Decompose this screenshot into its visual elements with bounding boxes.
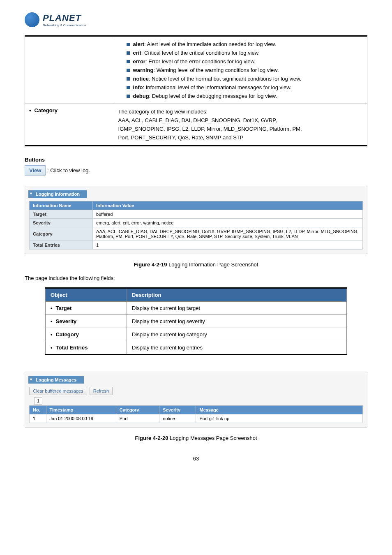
info-value-cell: AAA, ACL, CABLE_DIAG, DAI, DHCP_SNOOPING…: [93, 227, 363, 241]
square-bullet-icon: [127, 86, 130, 89]
cell-no: 1: [30, 414, 46, 423]
table-row: Total Entries1: [30, 241, 363, 250]
square-bullet-icon: [127, 51, 130, 55]
description-cell: Display the current log category: [127, 328, 346, 341]
category-text-line: Port, PORT_SECURITY, QoS, Rate, SNMP and…: [118, 133, 363, 142]
table-row: CategoryAAA, ACL, CABLE_DIAG, DAI, DHCP_…: [30, 227, 363, 241]
category-text-line: AAA, ACL, CABLE_DIAG, DAI, DHCP_SNOOPING…: [118, 116, 363, 125]
description-cell: Display the current log severity: [127, 315, 346, 328]
logo-tagline: Networking & Communication: [43, 23, 86, 27]
severity-level-item: info: Informational level of the informa…: [118, 83, 363, 92]
logging-information-table: Information Name Information Value Targe…: [29, 201, 363, 250]
severity-level-item: crit: Critical level of the critical con…: [118, 49, 363, 57]
col-timestamp: Timestamp: [46, 406, 116, 414]
severity-level-item: notice: Notice level of the normal but s…: [118, 74, 363, 83]
cell-severity: notice: [159, 414, 196, 423]
cell-category: Port: [116, 414, 159, 423]
col-info-value: Information Value: [93, 201, 363, 210]
description-cell: Display the current log entries: [127, 341, 346, 355]
severity-category-table: alert: Alert level of the immediate acti…: [25, 35, 367, 146]
category-row-label: Category: [29, 107, 58, 113]
object-cell: Severity: [46, 315, 127, 328]
table-row: Severityemerg, alert, crit, error, warni…: [30, 219, 363, 227]
refresh-button[interactable]: Refresh: [90, 387, 113, 395]
logging-information-panel: Logging Information Information Name Inf…: [25, 186, 367, 254]
globe-icon: [25, 12, 39, 27]
col-object: Object: [46, 288, 127, 302]
category-text-line: IGMP_SNOOPING, IPSG, L2, LLDP, Mirror, M…: [118, 125, 363, 133]
col-message: Message: [196, 406, 363, 414]
buttons-heading: Buttons: [25, 157, 367, 163]
severity-level-item: error: Error level of the error conditio…: [118, 57, 363, 66]
info-name-cell: Severity: [30, 219, 93, 227]
pager-current-page[interactable]: 1: [34, 397, 42, 405]
page-number: 63: [25, 456, 367, 462]
brand-logo: PLANET Networking & Communication: [25, 12, 367, 27]
object-description-table: Object Description TargetDisplay the cur…: [45, 287, 347, 355]
severity-level-item: alert: Alert level of the immediate acti…: [118, 40, 363, 49]
logo-name: PLANET: [43, 13, 86, 23]
info-value-cell: buffered: [93, 210, 363, 219]
view-button[interactable]: View: [25, 165, 46, 176]
cell-message: Port gi1 link up: [196, 414, 363, 423]
panel-title[interactable]: Logging Information: [28, 190, 87, 198]
col-no: No.: [30, 406, 46, 414]
table-row: TargetDisplay the current log target: [46, 302, 347, 315]
info-value-cell: 1: [93, 241, 363, 250]
view-button-desc: : Click to view log.: [47, 167, 90, 173]
col-description: Description: [127, 288, 346, 302]
object-cell: Category: [46, 328, 127, 341]
cell-timestamp: Jan 01 2000 08:00:19: [46, 414, 116, 423]
table-row: Total EntriesDisplay the current log ent…: [46, 341, 347, 355]
description-cell: Display the current log target: [127, 302, 346, 315]
info-value-cell: emerg, alert, crit, error, warning, noti…: [93, 219, 363, 227]
table-row: SeverityDisplay the current log severity: [46, 315, 347, 328]
square-bullet-icon: [127, 60, 130, 63]
table-row: Targetbuffered: [30, 210, 363, 219]
panel-title[interactable]: Logging Messages: [28, 376, 84, 384]
object-cell: Total Entries: [46, 341, 127, 355]
figure-caption-1: Figure 4-2-19 Logging Information Page S…: [25, 261, 367, 268]
category-text-line: The category of the log view includes:: [118, 107, 363, 116]
col-category: Category: [116, 406, 159, 414]
severity-level-item: debug: Debug level of the debugging mess…: [118, 92, 363, 100]
clear-buffered-messages-button[interactable]: Clear buffered messages: [29, 387, 87, 395]
severity-level-item: warning: Warning level of the warning co…: [118, 66, 363, 74]
square-bullet-icon: [127, 95, 130, 98]
logging-messages-table: No. Timestamp Category Severity Message …: [29, 405, 363, 423]
figure-caption-2: Figure 4-2-20 Logging Messages Page Scre…: [25, 435, 367, 441]
square-bullet-icon: [127, 43, 130, 46]
fields-intro: The page includes the following fields:: [25, 275, 367, 281]
square-bullet-icon: [127, 69, 130, 72]
logging-messages-panel: Logging Messages Clear buffered messages…: [25, 372, 367, 428]
square-bullet-icon: [127, 77, 130, 81]
info-name-cell: Category: [30, 227, 93, 241]
table-row: 1Jan 01 2000 08:00:19PortnoticePort gi1 …: [30, 414, 363, 423]
info-name-cell: Total Entries: [30, 241, 93, 250]
table-row: CategoryDisplay the current log category: [46, 328, 347, 341]
col-severity: Severity: [159, 406, 196, 414]
info-name-cell: Target: [30, 210, 93, 219]
col-info-name: Information Name: [30, 201, 93, 210]
object-cell: Target: [46, 302, 127, 315]
